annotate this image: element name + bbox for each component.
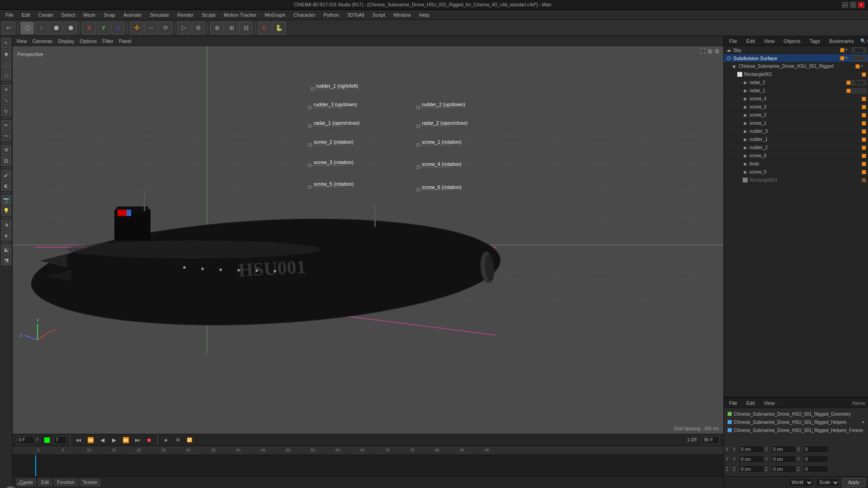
menu-simulate[interactable]: Simulate — [146, 11, 173, 19]
mode-poly[interactable]: ⬢ — [64, 22, 77, 34]
rotate-left[interactable]: ↻ — [1, 106, 11, 116]
menu-script[interactable]: Script — [369, 11, 389, 19]
viewport-layout-icon[interactable]: ⊞ — [708, 48, 712, 55]
obj-subdivision-surface[interactable]: ⬡ Subdivision Surface ● — [724, 54, 868, 62]
knife-tool[interactable]: ⚒ — [1, 145, 11, 155]
frame-input-2[interactable] — [53, 436, 67, 444]
world-select[interactable]: World Local Object — [788, 479, 813, 487]
object-snap[interactable]: ⊕ — [210, 22, 224, 34]
spline-tool[interactable]: 〜 — [1, 131, 11, 141]
pen-tool[interactable]: ✏ — [1, 120, 11, 130]
timeline-settings-button[interactable]: ⚙ — [173, 436, 183, 445]
undo-button[interactable]: ↩ — [2, 22, 15, 34]
menu-animate[interactable]: Animate — [120, 11, 145, 19]
rotate-tool[interactable]: ⟳ — [159, 22, 172, 34]
menu-select[interactable]: Select — [58, 11, 79, 19]
function-button[interactable]: Function — [54, 479, 77, 486]
apply-button[interactable]: Apply — [842, 478, 865, 487]
viewport-menu-filter[interactable]: Filter — [102, 38, 113, 44]
scale-select[interactable]: Scale — [816, 479, 840, 487]
menu-mograph[interactable]: MoGraph — [261, 11, 289, 19]
work-plane[interactable]: ⊟ — [239, 22, 253, 34]
scene-geometry[interactable]: Chinese_Submarine_Drone_HSU_001_Rigged_G… — [726, 410, 866, 418]
live-select[interactable]: ◉ — [1, 49, 11, 59]
attr-tab-file[interactable]: File — [726, 399, 740, 407]
menu-sculpt[interactable]: Sculpt — [198, 11, 219, 19]
obj-rectangle001[interactable]: ⬜ Rectangle001 — [724, 70, 868, 79]
menu-snap[interactable]: Snap — [100, 11, 119, 19]
selection-tool[interactable]: ↖ — [1, 38, 11, 48]
viewport-settings-icon[interactable]: ⚙ — [714, 48, 720, 55]
goto-end-button[interactable]: ⏭ — [132, 436, 142, 445]
csub-vis-btn[interactable]: ● — [861, 64, 866, 69]
y-rot-input[interactable] — [771, 455, 796, 463]
obj-screw1[interactable]: ◈ screw_1 — [724, 119, 868, 127]
obj-rectangle001-dim[interactable]: ⬜ Rectangle001 — [724, 176, 868, 184]
menu-create[interactable]: Create — [35, 11, 57, 19]
bridge-tool[interactable]: ⛓ — [1, 156, 11, 166]
play-button[interactable]: ▶ — [109, 436, 119, 445]
current-frame-input[interactable] — [16, 436, 34, 444]
joint-tool[interactable]: ⬗ — [1, 220, 11, 230]
z-scale-input[interactable] — [803, 465, 828, 473]
scale-left[interactable]: ⤡ — [1, 95, 11, 105]
keyframe-button[interactable]: ◈ — [161, 436, 171, 445]
attr-tab-edit[interactable]: Edit — [744, 399, 758, 407]
menu-file[interactable]: File — [2, 11, 17, 19]
x-scale-input[interactable] — [803, 446, 828, 453]
z-rot-input[interactable] — [771, 465, 796, 473]
x-pos-input[interactable] — [739, 446, 764, 453]
obj-screw4[interactable]: ◈ screw_4 — [724, 95, 868, 103]
om-tab-edit[interactable]: Edit — [744, 38, 758, 45]
obj-sky[interactable]: ☁ Sky ● — [724, 46, 868, 54]
polygon-select[interactable]: ⬡ — [1, 70, 11, 80]
menu-motion-tracker[interactable]: Motion Tracker — [220, 11, 260, 19]
playhead[interactable] — [35, 455, 36, 476]
viewport-menu-cameras[interactable]: Cameras — [33, 38, 53, 44]
obj-rudder1[interactable]: ◈ rudder_1 — [724, 136, 868, 144]
material-preview[interactable] — [4, 486, 18, 488]
record-button[interactable]: ⏺ — [144, 436, 154, 445]
obj-rudder3[interactable]: ◈ rudder_3 — [724, 127, 868, 136]
move-left[interactable]: ✛ — [1, 84, 11, 94]
obj-screw2[interactable]: ◈ screw_2 — [724, 111, 868, 119]
y-scale-input[interactable] — [803, 455, 828, 463]
menu-render[interactable]: Render — [174, 11, 197, 19]
menu-help[interactable]: Help — [415, 11, 433, 19]
obj-body[interactable]: ◈ body — [724, 160, 868, 168]
obj-screw3[interactable]: ◈ screw_3 — [724, 103, 868, 111]
loop-button[interactable]: 🔁 — [184, 436, 194, 445]
sub-vis-btn[interactable]: ● — [845, 56, 851, 61]
x-rot-input[interactable] — [771, 446, 796, 453]
obj-radar1[interactable]: ◈ radar_1 — [724, 87, 868, 95]
obj-screw6[interactable]: ◈ screw_6 — [724, 152, 868, 160]
axis-z[interactable]: Z — [111, 22, 125, 34]
prev-frame-button[interactable]: ⏪ — [85, 436, 95, 445]
goto-start-button[interactable]: ⏮ — [74, 436, 84, 445]
paint-tool[interactable]: 🖌 — [1, 170, 11, 180]
menu-mesh[interactable]: Mesh — [80, 11, 99, 19]
camera-tool[interactable]: 📷 — [1, 195, 11, 205]
c4d-plugin-1[interactable]: © — [258, 22, 271, 34]
om-tab-objects[interactable]: Objects — [781, 38, 803, 45]
scale-tool[interactable]: ↔ — [144, 22, 158, 34]
sculpt-tool[interactable]: ◐ — [1, 181, 11, 191]
om-tab-view[interactable]: View — [761, 38, 778, 45]
om-tab-tags[interactable]: Tags — [807, 38, 823, 45]
scene-helpers[interactable]: Chinese_Submarine_Drone_HSU_001_Rigged_H… — [726, 418, 866, 426]
menu-python[interactable]: Python — [320, 11, 343, 19]
edit-button[interactable]: Edit — [38, 479, 52, 486]
grid-snap[interactable]: ⊞ — [225, 22, 238, 34]
menu-window[interactable]: Window — [390, 11, 415, 19]
scene-helpers-freeze[interactable]: Chinese_Submarine_Drone_HSU_001_Rigged_H… — [726, 426, 866, 434]
z-pos-input[interactable] — [739, 465, 764, 473]
maximize-button[interactable]: □ — [850, 2, 856, 8]
obj-radar2[interactable]: ◈ radar_2 — [724, 79, 868, 87]
viewport-menu-view[interactable]: View — [16, 38, 27, 44]
axis-x[interactable]: X — [82, 22, 96, 34]
move-tool[interactable]: ✛ — [130, 22, 143, 34]
viewport-3d[interactable]: HSU001 — [13, 46, 723, 434]
viewport-expand-icon[interactable]: ⛶ — [700, 48, 706, 55]
close-button[interactable]: ✕ — [858, 2, 864, 8]
om-tab-bookmarks[interactable]: Bookmarks — [826, 38, 857, 45]
